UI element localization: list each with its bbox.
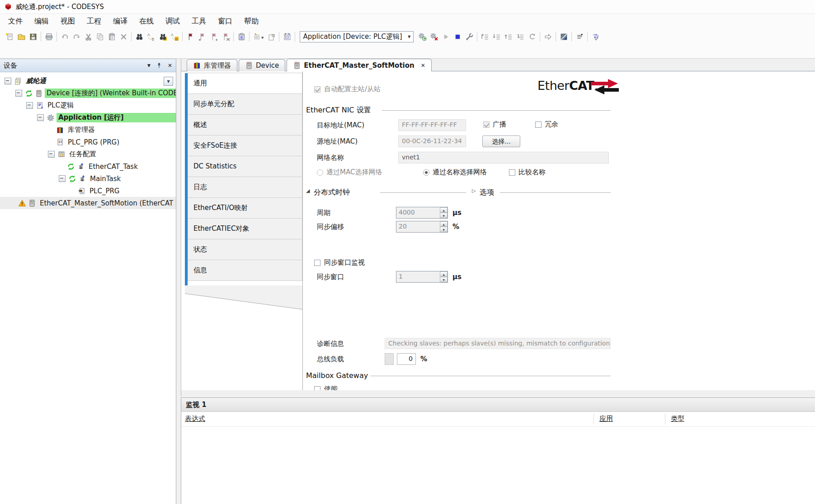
simulation-icon[interactable] xyxy=(574,31,585,42)
flow-control-icon[interactable] xyxy=(558,31,570,42)
autoconfig-checkbox[interactable] xyxy=(314,86,320,93)
menu-view[interactable]: 视图 xyxy=(61,17,75,26)
spin-up-icon[interactable]: ▲ xyxy=(440,271,448,277)
logout-icon[interactable] xyxy=(428,31,440,42)
next-bookmark-icon[interactable] xyxy=(208,31,220,42)
nav-information[interactable]: 信息 xyxy=(188,260,302,281)
dest-mac-field[interactable]: FF-FF-FF-FF-FF-FF xyxy=(398,119,466,131)
undo-icon[interactable] xyxy=(59,31,71,42)
replace-in-project-icon[interactable] xyxy=(169,31,180,42)
expander-icon[interactable] xyxy=(5,78,11,84)
watch-panel-header[interactable]: 监视 1 xyxy=(181,398,815,412)
menu-window[interactable]: 窗口 xyxy=(218,17,232,26)
stop-icon[interactable] xyxy=(452,31,463,42)
nav-ethercat-io-mapping[interactable]: EtherCATI/O映射 xyxy=(188,197,302,219)
start-icon[interactable] xyxy=(440,31,452,42)
cut-icon[interactable] xyxy=(82,31,94,42)
select-by-mac-radio[interactable] xyxy=(317,169,323,176)
options-expander-icon[interactable]: ▷ xyxy=(472,188,476,194)
expander-icon[interactable] xyxy=(26,102,33,109)
active-application-combo[interactable]: Application [Device: PLC逻辑] ▼ xyxy=(300,31,414,42)
tree-item-maintask-plc-prg[interactable]: PLC_PRG xyxy=(0,185,176,197)
tree-item-application[interactable]: Application [运行] xyxy=(0,112,176,124)
compare-names-checkbox[interactable] xyxy=(509,169,515,176)
select-by-name-radio[interactable] xyxy=(423,169,429,176)
insert-table-caret-icon[interactable]: ▼ xyxy=(261,36,264,40)
nav-general[interactable]: 通用 xyxy=(188,73,302,94)
delete-icon[interactable] xyxy=(118,31,129,42)
print-icon[interactable] xyxy=(43,31,55,42)
tree-dropdown-button[interactable]: ▼ xyxy=(164,77,173,86)
copy-icon[interactable] xyxy=(94,31,106,42)
menu-help[interactable]: 帮助 xyxy=(244,17,259,26)
spin-up-icon[interactable]: ▲ xyxy=(440,221,448,227)
find-in-project-icon[interactable] xyxy=(157,31,169,42)
new-file-icon[interactable] xyxy=(4,31,15,42)
tree-item-plc-prg[interactable]: PLC_PRG (PRG) xyxy=(0,136,176,148)
select-button[interactable]: 选择... xyxy=(482,135,520,147)
offset-spinner[interactable]: 20 ▲▼ xyxy=(396,221,448,233)
menu-edit[interactable]: 编辑 xyxy=(34,17,49,26)
panel-close-icon[interactable]: ✕ xyxy=(168,62,172,69)
redo-icon[interactable] xyxy=(71,31,82,42)
save-icon[interactable] xyxy=(27,31,39,42)
tab-ethercat-master[interactable]: EtherCAT_Master_SoftMotion ✕ xyxy=(287,59,431,71)
src-mac-field[interactable]: 00-0C-26-11-22-34 xyxy=(398,135,466,147)
nav-overview[interactable]: 概述 xyxy=(188,114,302,135)
nav-sync-unit-assignment[interactable]: 同步单元分配 xyxy=(188,93,302,115)
tab-device[interactable]: Device xyxy=(239,59,285,71)
step-into-icon[interactable] xyxy=(491,31,503,42)
spin-up-icon[interactable]: ▲ xyxy=(440,207,448,213)
find-icon[interactable] xyxy=(133,31,145,42)
sync-window-monitor-checkbox[interactable] xyxy=(314,260,320,266)
tab-library-manager[interactable]: 库管理器 xyxy=(187,59,237,71)
watch-body[interactable] xyxy=(181,427,815,504)
expander-icon[interactable] xyxy=(48,151,55,158)
menu-tools[interactable]: 工具 xyxy=(192,17,206,26)
column-expression[interactable]: 表达式 xyxy=(185,415,205,423)
properties-icon[interactable] xyxy=(236,31,247,42)
menu-project[interactable]: 工程 xyxy=(87,17,101,26)
tree-item-ethercat-master[interactable]: EtherCAT_Master_SoftMotion (EtherCAT xyxy=(0,197,176,209)
expander-icon[interactable] xyxy=(59,175,66,182)
mailbox-enable-checkbox[interactable] xyxy=(314,386,320,391)
tree-item-project[interactable]: 威纶通 ▼ xyxy=(0,75,176,87)
tree-item-ethercat-task[interactable]: EtherCAT_Task xyxy=(0,160,176,173)
spin-down-icon[interactable]: ▼ xyxy=(440,227,448,232)
bookmark-icon[interactable] xyxy=(184,31,196,42)
replace-icon[interactable] xyxy=(145,31,157,42)
tree-item-plc-logic[interactable]: PLC逻辑 xyxy=(0,99,176,112)
reset-icon[interactable] xyxy=(526,31,538,42)
tree-item-maintask[interactable]: MainTask xyxy=(0,173,176,185)
network-name-field[interactable]: vnet1 xyxy=(398,152,609,163)
device-repository-icon[interactable] xyxy=(281,31,293,42)
login-icon[interactable] xyxy=(416,31,428,42)
column-type[interactable]: 类型 xyxy=(671,415,684,423)
menu-debug[interactable]: 调试 xyxy=(165,17,180,26)
tree-item-device[interactable]: Device [连接的] (Weintek Built-in CODESYS) xyxy=(0,87,176,99)
redundancy-checkbox[interactable] xyxy=(535,121,542,128)
menu-online[interactable]: 在线 xyxy=(139,17,154,26)
nav-dc-statistics[interactable]: DC Statistics xyxy=(188,156,302,177)
paste-icon[interactable] xyxy=(106,31,118,42)
sync-window-spinner[interactable]: 1 ▲▼ xyxy=(396,271,448,283)
broadcast-checkbox[interactable] xyxy=(483,121,490,128)
sync-check-icon[interactable] xyxy=(589,31,601,42)
breakpoints-icon[interactable] xyxy=(463,31,475,42)
expander-icon[interactable] xyxy=(15,90,22,97)
new-object-icon[interactable] xyxy=(265,31,277,42)
nav-safety-fsoe[interactable]: 安全FSoE连接 xyxy=(188,135,302,156)
combo-caret-icon[interactable]: ▼ xyxy=(408,35,410,39)
tab-close-icon[interactable]: ✕ xyxy=(421,62,425,69)
spin-down-icon[interactable]: ▼ xyxy=(440,213,448,218)
nav-status[interactable]: 状态 xyxy=(188,239,302,260)
clear-bookmarks-icon[interactable] xyxy=(220,31,231,42)
run-to-cursor-icon[interactable] xyxy=(514,31,526,42)
tree-item-task-configuration[interactable]: 任务配置 xyxy=(0,148,176,160)
nav-ethercat-iec-objects[interactable]: EtherCATIEC对象 xyxy=(188,218,302,239)
step-out-icon[interactable] xyxy=(503,31,514,42)
tree-item-library-manager[interactable]: 库管理器 xyxy=(0,124,176,136)
step-over-icon[interactable] xyxy=(479,31,491,42)
dc-expander-icon[interactable]: ◢ xyxy=(306,188,310,194)
pin-icon[interactable] xyxy=(156,62,162,69)
